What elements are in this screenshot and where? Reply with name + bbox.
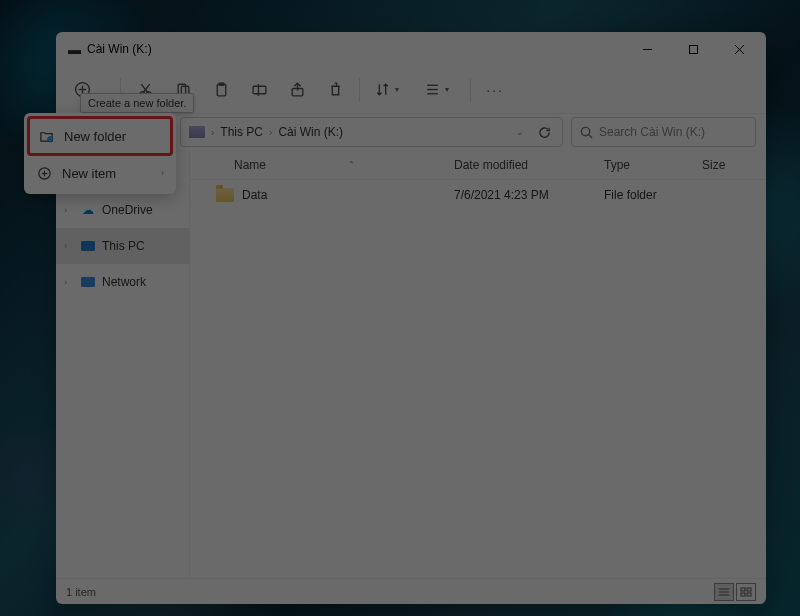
- column-header-name[interactable]: Name: [190, 158, 454, 172]
- breadcrumb-item[interactable]: Cài Win (K:): [274, 125, 347, 139]
- icons-view-button[interactable]: [736, 583, 756, 601]
- svg-rect-1: [689, 45, 697, 53]
- plus-circle-icon: [36, 165, 52, 181]
- titlebar: ▬ Cài Win (K:): [56, 32, 766, 66]
- chevron-right-icon: ›: [64, 241, 74, 251]
- column-headers: Name ⌃ Date modified Type Size: [190, 150, 766, 180]
- network-icon: [80, 274, 96, 290]
- new-folder-menuitem[interactable]: New folder: [30, 119, 170, 153]
- sidebar: › ★ Quick access › ☁ OneDrive › This PC …: [56, 150, 190, 578]
- search-input[interactable]: Search Cài Win (K:): [571, 117, 756, 147]
- statusbar: 1 item: [56, 578, 766, 604]
- drive-icon: ▬: [68, 42, 79, 57]
- close-button[interactable]: [716, 33, 762, 65]
- svg-line-22: [589, 134, 592, 137]
- details-view-button[interactable]: [714, 583, 734, 601]
- sidebar-item-label: Network: [102, 275, 146, 289]
- rename-button[interactable]: [241, 72, 277, 108]
- chevron-down-icon[interactable]: ⌄: [516, 127, 530, 137]
- sidebar-item-label: OneDrive: [102, 203, 153, 217]
- cloud-icon: ☁: [80, 202, 96, 218]
- separator: [470, 78, 471, 102]
- file-date: 7/6/2021 4:23 PM: [454, 188, 604, 202]
- tooltip: Create a new folder.: [80, 93, 194, 113]
- view-button[interactable]: ▾: [416, 72, 464, 108]
- file-row[interactable]: Data 7/6/2021 4:23 PM File folder: [190, 180, 766, 210]
- sidebar-item-network[interactable]: › Network: [56, 264, 189, 300]
- svg-rect-28: [741, 593, 745, 596]
- drive-icon: [189, 126, 205, 138]
- separator: [359, 78, 360, 102]
- svg-rect-26: [741, 588, 745, 591]
- file-list-pane: Name ⌃ Date modified Type Size Data 7/6/…: [190, 150, 766, 578]
- item-count: 1 item: [66, 586, 96, 598]
- more-button[interactable]: ···: [477, 72, 513, 108]
- column-header-type[interactable]: Type: [604, 158, 702, 172]
- chevron-right-icon: ›: [161, 168, 164, 178]
- search-icon: [580, 126, 593, 139]
- svg-rect-29: [747, 593, 751, 596]
- new-folder-icon: [38, 128, 54, 144]
- column-header-size[interactable]: Size: [702, 158, 766, 172]
- grid-icon: [740, 587, 752, 597]
- menuitem-label: New folder: [64, 129, 126, 144]
- svg-rect-15: [253, 86, 266, 93]
- file-name: Data: [242, 188, 267, 202]
- minimize-button[interactable]: [624, 33, 670, 65]
- new-menu-flyout: New folder New item ›: [24, 113, 176, 194]
- file-type: File folder: [604, 188, 702, 202]
- svg-rect-27: [747, 588, 751, 591]
- breadcrumb[interactable]: › This PC › Cài Win (K:) ⌄: [180, 117, 563, 147]
- maximize-button[interactable]: [670, 33, 716, 65]
- window-title: Cài Win (K:): [87, 42, 624, 56]
- delete-button[interactable]: [317, 72, 353, 108]
- chevron-right-icon: ›: [209, 127, 216, 138]
- sort-indicator-icon: ⌃: [348, 160, 355, 169]
- paste-button[interactable]: [203, 72, 239, 108]
- share-button[interactable]: [279, 72, 315, 108]
- refresh-button[interactable]: [530, 118, 558, 146]
- sidebar-item-label: This PC: [102, 239, 145, 253]
- sidebar-item-this-pc[interactable]: › This PC: [56, 228, 189, 264]
- monitor-icon: [80, 238, 96, 254]
- sort-button[interactable]: ▾: [366, 72, 414, 108]
- chevron-right-icon: ›: [64, 277, 74, 287]
- chevron-right-icon: ›: [267, 127, 274, 138]
- new-item-menuitem[interactable]: New item ›: [28, 156, 172, 190]
- sidebar-item-onedrive[interactable]: › ☁ OneDrive: [56, 192, 189, 228]
- svg-point-21: [581, 127, 589, 135]
- chevron-right-icon: ›: [64, 205, 74, 215]
- list-icon: [718, 587, 730, 597]
- column-header-date[interactable]: Date modified: [454, 158, 604, 172]
- menuitem-label: New item: [62, 166, 116, 181]
- svg-rect-13: [217, 84, 226, 96]
- breadcrumb-item[interactable]: This PC: [216, 125, 267, 139]
- folder-icon: [216, 188, 234, 202]
- search-placeholder: Search Cài Win (K:): [599, 125, 705, 139]
